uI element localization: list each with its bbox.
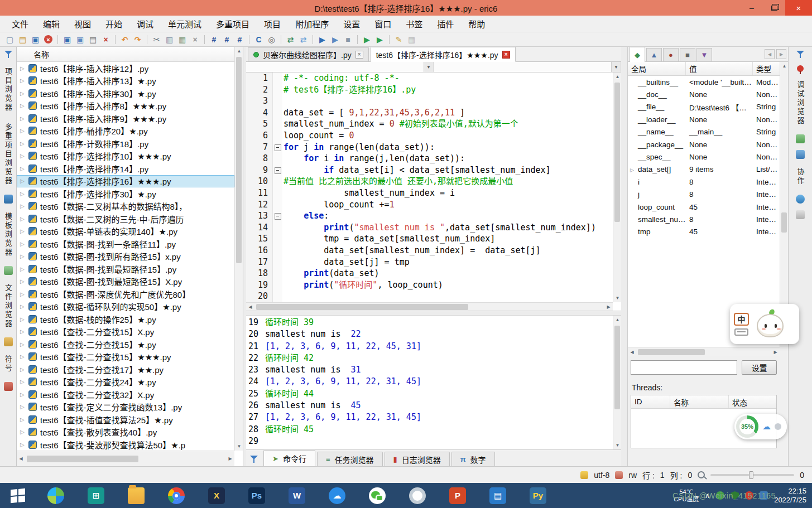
filter-funnel-icon[interactable]: [4, 50, 13, 59]
python-app[interactable]: Py: [530, 487, 546, 504]
globe-icon[interactable]: [796, 195, 805, 204]
tree-item[interactable]: test6【查找-定义二分查找函数13】.py: [17, 401, 234, 414]
menu-item[interactable]: 插件: [430, 16, 461, 32]
editor-tab-test6[interactable]: test6【排序-选择排序16】★★★.py ×: [371, 47, 516, 62]
redo-icon[interactable]: ↷: [132, 33, 143, 45]
powerpoint-app[interactable]: P: [449, 487, 466, 504]
expander-icon[interactable]: [20, 442, 28, 448]
expander-icon[interactable]: [20, 103, 28, 109]
sidebar-tab-debug-viewer[interactable]: 调试浏览器: [795, 79, 806, 128]
tree-item[interactable]: test6【排序-选择排序16】★★★.py: [17, 175, 234, 188]
sync-icon[interactable]: ⇄: [285, 33, 296, 45]
debug-continue-icon[interactable]: ▶: [316, 33, 328, 45]
expander-icon[interactable]: [20, 141, 28, 147]
expander-icon[interactable]: [20, 404, 28, 410]
expander-icon[interactable]: [20, 178, 28, 184]
menu-item[interactable]: 书签: [398, 16, 430, 32]
scroll-up-icon[interactable]: ▲: [613, 72, 622, 81]
save-icon[interactable]: ▣: [61, 33, 73, 45]
tree-item[interactable]: test6【数据-图-找到最短路径15】X.py: [17, 275, 234, 288]
edit-mode-icon[interactable]: ✎: [393, 33, 405, 45]
chrome-app[interactable]: [168, 487, 185, 504]
variable-row[interactable]: __name__ __main__ String: [628, 126, 780, 138]
tab-numbers[interactable]: π 数字: [451, 452, 495, 466]
scroll-left-icon[interactable]: ◀: [628, 348, 636, 356]
editor-tab-bezier[interactable]: 贝塞尔曲线绘图程序】.py ×: [248, 47, 369, 61]
tree-item[interactable]: test6【查找-二分查找24】★.py: [17, 376, 234, 389]
debug-tab-breakpoints[interactable]: ●: [663, 48, 679, 61]
expander-icon[interactable]: [20, 78, 28, 84]
menu-item[interactable]: 帮助: [461, 16, 492, 32]
restore-button[interactable]: [763, 0, 785, 16]
sidebar-tab-project-viewer[interactable]: 项目浏览器: [3, 65, 13, 114]
menu-item[interactable]: 开始: [98, 16, 129, 32]
tree-item[interactable]: test6【查找-二分查找15】X.py: [17, 326, 234, 338]
tree-item[interactable]: test6【数据-循环队列的实现50】★.py: [17, 301, 234, 313]
expander-icon[interactable]: [20, 115, 28, 122]
tree-item[interactable]: test6【查找-二分查找17】★★.py: [17, 363, 234, 376]
zoom-slider-thumb[interactable]: [749, 471, 753, 479]
editor-horizontal-scrollbar[interactable]: ◀ ▶: [246, 302, 613, 311]
method-navigator-combo[interactable]: ▼: [434, 62, 621, 72]
scroll-left-icon[interactable]: ◀: [17, 454, 25, 463]
copy-icon[interactable]: ▥: [164, 33, 175, 45]
scanner-app[interactable]: ▤: [489, 487, 506, 504]
variable-row[interactable]: __doc__ None NoneType: [628, 88, 780, 100]
keyboard-icon[interactable]: [734, 328, 748, 336]
tree-item[interactable]: test6【数据-图-深度优先和广度优先80】: [17, 288, 234, 301]
tree-item[interactable]: test6【查找-散列表查找40】.py: [17, 426, 234, 439]
sidebar-tab-file-browser[interactable]: 文件浏览器: [3, 282, 13, 331]
menu-item[interactable]: 单元测试: [161, 16, 209, 32]
variable-row[interactable]: __package__ None NoneType: [628, 138, 780, 151]
tree-item[interactable]: test6【查找-二分查找15】★★★.py: [17, 351, 234, 364]
expander-icon[interactable]: [20, 354, 28, 360]
encoding-indicator[interactable]: utf-8: [594, 471, 609, 480]
scrollbar-thumb[interactable]: [27, 456, 138, 462]
tab-task-viewer[interactable]: ≡ 任务浏览器: [317, 452, 383, 466]
folder-icon[interactable]: [4, 337, 13, 346]
expander-icon[interactable]: [20, 278, 28, 284]
new-window-icon[interactable]: ▢: [4, 33, 16, 45]
scroll-up-icon[interactable]: ▲: [780, 62, 789, 70]
toolbar-icon[interactable]: [355, 33, 360, 45]
toolbar-icon[interactable]: [278, 33, 284, 45]
ime-chinese-indicator[interactable]: 中: [734, 313, 749, 326]
tree-item[interactable]: test6【排序-插入排序12】.py: [17, 62, 234, 75]
sidebar-tab-template-viewer[interactable]: 模板浏览器: [3, 210, 13, 259]
debug-eval-input[interactable]: [631, 360, 737, 375]
undo-icon[interactable]: ↶: [119, 33, 131, 45]
tab-shell[interactable]: ➤ 命令行: [263, 450, 315, 466]
sidebar-tab-cooperation[interactable]: 协作: [795, 166, 806, 188]
column-header-type[interactable]: 类型: [753, 62, 780, 75]
menu-item[interactable]: 项目: [257, 16, 288, 32]
threads-column-state[interactable]: 状态: [729, 395, 776, 408]
chevron-down-icon[interactable]: ▼: [424, 62, 433, 72]
wechat-app[interactable]: [369, 487, 386, 504]
cut-icon[interactable]: ✂: [151, 33, 162, 45]
file-explorer-app[interactable]: [128, 487, 145, 504]
expander-icon[interactable]: [20, 90, 28, 96]
network-icon[interactable]: [796, 150, 805, 159]
pinwheel-browser-app[interactable]: [47, 487, 64, 504]
tree-column-header[interactable]: 名称: [17, 47, 234, 62]
expander-icon[interactable]: [20, 303, 28, 309]
tree-item[interactable]: test6【排序-选择排序14】.py: [17, 162, 234, 175]
permissions-indicator[interactable]: rw: [628, 471, 637, 480]
scroll-right-icon[interactable]: ▶: [604, 303, 613, 311]
menu-item[interactable]: 附加程序: [288, 16, 336, 32]
fold-marker-icon[interactable]: [273, 165, 282, 176]
tree-item[interactable]: test6【数据-单链表的实现140】★.py: [17, 225, 234, 238]
tree-vertical-scrollbar[interactable]: ▲ ▼: [234, 47, 243, 451]
menu-item[interactable]: 调试: [129, 16, 161, 32]
expander-icon[interactable]: [20, 328, 28, 335]
goto-line-icon[interactable]: #: [208, 33, 220, 45]
sidebar-tab-symbols[interactable]: 符号: [3, 353, 13, 375]
variables-horizontal-scrollbar[interactable]: ◀ ▶: [628, 347, 780, 356]
tree-item[interactable]: test6【数据-图-找到一条路径11】.py: [17, 238, 234, 250]
expander-icon[interactable]: [20, 266, 28, 272]
scroll-up-icon[interactable]: ▲: [235, 47, 243, 55]
scrollbar-thumb[interactable]: [781, 212, 787, 233]
expander-icon[interactable]: [20, 216, 28, 222]
whitespace-icon[interactable]: ▦: [406, 33, 417, 45]
tree-item[interactable]: test6【排序-计数排序18】.py: [17, 137, 234, 150]
